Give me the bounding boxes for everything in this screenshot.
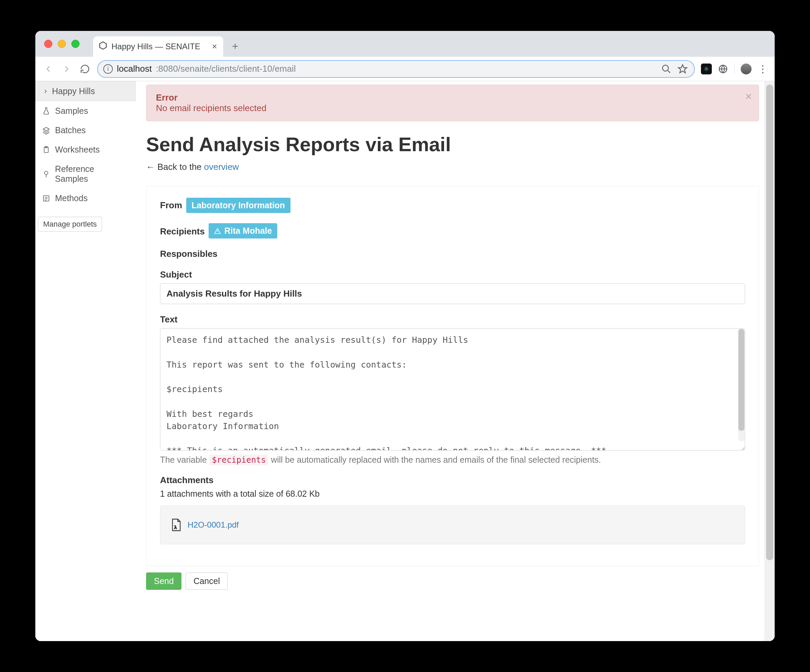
profile-avatar[interactable]	[741, 64, 751, 74]
tab-strip: Happy Hills — SENAITE ✕ ＋	[35, 31, 775, 57]
email-form-card: From Laboratory Information Recipients R…	[146, 186, 759, 566]
chevron-right-icon	[42, 88, 49, 95]
form-buttons: Send Cancel	[146, 572, 759, 590]
zoom-icon[interactable]	[660, 63, 672, 75]
react-devtools-extension-icon[interactable]: ⚛	[701, 64, 712, 74]
manage-portlets-label: Manage portlets	[43, 220, 97, 228]
svg-point-6	[44, 171, 48, 175]
from-value: Laboratory Information	[192, 201, 285, 210]
svg-marker-2	[678, 64, 687, 73]
window-controls	[44, 40, 79, 48]
bookmark-star-icon[interactable]	[677, 63, 689, 75]
sidebar-item-reference-samples[interactable]: Reference Samples	[35, 159, 136, 189]
window-minimize-button[interactable]	[58, 40, 66, 48]
recipients-label: Recipients	[160, 226, 205, 237]
from-label: From	[160, 200, 182, 211]
sidebar: Happy Hills Samples Batches Worksheets R…	[35, 81, 136, 641]
sidebar-item-label: Batches	[55, 125, 86, 135]
body-textarea[interactable]	[160, 328, 745, 451]
attachments-label: Attachments	[160, 475, 213, 486]
window-zoom-button[interactable]	[71, 40, 79, 48]
page-title: Send Analysis Reports via Email	[146, 133, 759, 155]
subject-row: Subject	[160, 269, 745, 304]
svg-text:λ: λ	[174, 525, 177, 530]
url-host: localhost	[117, 64, 152, 74]
tab-close-icon[interactable]: ✕	[211, 42, 218, 51]
sidebar-item-samples[interactable]: Samples	[35, 101, 136, 121]
favicon-hexagon-icon	[98, 41, 107, 52]
window-close-button[interactable]	[44, 40, 52, 48]
responsibles-label: Responsibles	[160, 249, 218, 259]
url-path: :8080/senaite/clients/client-10/email	[156, 64, 296, 74]
browser-menu-button[interactable]: ⋮	[758, 63, 768, 75]
send-button[interactable]: Send	[146, 572, 181, 590]
nav-reload-button[interactable]	[79, 63, 91, 75]
subject-input[interactable]	[160, 283, 745, 304]
cancel-button[interactable]: Cancel	[186, 572, 228, 590]
warning-triangle-icon	[214, 228, 221, 235]
browser-tab[interactable]: Happy Hills — SENAITE ✕	[93, 36, 223, 57]
attachment-well: λ H2O-0001.pdf	[160, 505, 745, 544]
text-row: Text The variable $recipients will be au…	[160, 314, 745, 465]
cancel-label: Cancel	[193, 576, 220, 586]
recipient-name: Rita Mohale	[224, 226, 272, 236]
attachments-row: Attachments 1 attachments with a total s…	[160, 475, 745, 544]
sidebar-item-label: Samples	[55, 106, 88, 116]
hint-variable: $recipients	[209, 454, 269, 466]
hint-post: will be automatically replaced with the …	[268, 455, 601, 464]
responsibles-row: Responsibles	[160, 249, 745, 259]
recipients-variable-hint: The variable $recipients will be automat…	[160, 455, 745, 465]
attachment-link[interactable]: H2O-0001.pdf	[187, 520, 239, 530]
send-label: Send	[154, 576, 174, 586]
tab-title: Happy Hills — SENAITE	[111, 42, 200, 51]
sidebar-item-label: Reference Samples	[55, 164, 129, 184]
sidebar-item-worksheets[interactable]: Worksheets	[35, 140, 136, 159]
text-label: Text	[160, 314, 178, 325]
layers-icon	[42, 127, 50, 135]
nav-forward-button[interactable]	[61, 63, 73, 75]
alert-message: No email recipients selected	[156, 103, 267, 113]
site-info-icon[interactable]: i	[103, 64, 113, 74]
alert-title: Error	[156, 93, 178, 103]
address-bar[interactable]: i localhost:8080/senaite/clients/client-…	[97, 60, 695, 78]
attachments-summary: 1 attachments with a total size of 68.02…	[160, 489, 745, 499]
overview-link[interactable]: overview	[204, 162, 239, 172]
hint-pre: The variable	[160, 455, 209, 464]
page-scrollbar[interactable]	[764, 81, 775, 641]
browser-window: Happy Hills — SENAITE ✕ ＋ i localhost:80…	[35, 31, 775, 641]
svg-marker-0	[100, 42, 106, 49]
sidebar-item-label: Methods	[55, 193, 88, 203]
manage-portlets-button[interactable]: Manage portlets	[38, 217, 102, 232]
page-content: Happy Hills Samples Batches Worksheets R…	[35, 81, 775, 641]
recipient-chip[interactable]: Rita Mohale	[209, 223, 277, 238]
sidebar-item-methods[interactable]: Methods	[35, 189, 136, 208]
back-link-row: ← Back to the overview	[146, 162, 759, 172]
new-tab-button[interactable]: ＋	[230, 39, 240, 53]
back-prefix: ← Back to the	[146, 162, 204, 172]
svg-point-1	[663, 65, 669, 71]
scrollbar-thumb[interactable]	[766, 84, 773, 560]
browser-toolbar: i localhost:8080/senaite/clients/client-…	[35, 57, 775, 81]
nav-back-button[interactable]	[42, 63, 54, 75]
textarea-scrollbar-thumb[interactable]	[738, 329, 744, 431]
clipboard-icon	[42, 146, 50, 154]
subject-label: Subject	[160, 269, 192, 280]
from-chip[interactable]: Laboratory Information	[186, 198, 290, 213]
error-alert: Error No email recipients selected ×	[146, 84, 759, 121]
extension-icon[interactable]	[718, 64, 728, 74]
list-icon	[42, 194, 50, 203]
recipients-row: Recipients Rita Mohale	[160, 223, 745, 238]
sidebar-item-batches[interactable]: Batches	[35, 121, 136, 140]
sidebar-client-header[interactable]: Happy Hills	[35, 81, 136, 101]
sidebar-item-label: Worksheets	[55, 145, 100, 155]
sidebar-client-name: Happy Hills	[52, 86, 95, 96]
from-row: From Laboratory Information	[160, 198, 745, 213]
main-area: Error No email recipients selected × Sen…	[136, 81, 775, 641]
alert-close-icon[interactable]: ×	[745, 90, 752, 103]
pdf-file-icon: λ	[170, 518, 182, 532]
pin-icon	[42, 170, 50, 178]
extensions-area: ⚛ ⋮	[701, 63, 768, 75]
flask-icon	[42, 107, 50, 115]
